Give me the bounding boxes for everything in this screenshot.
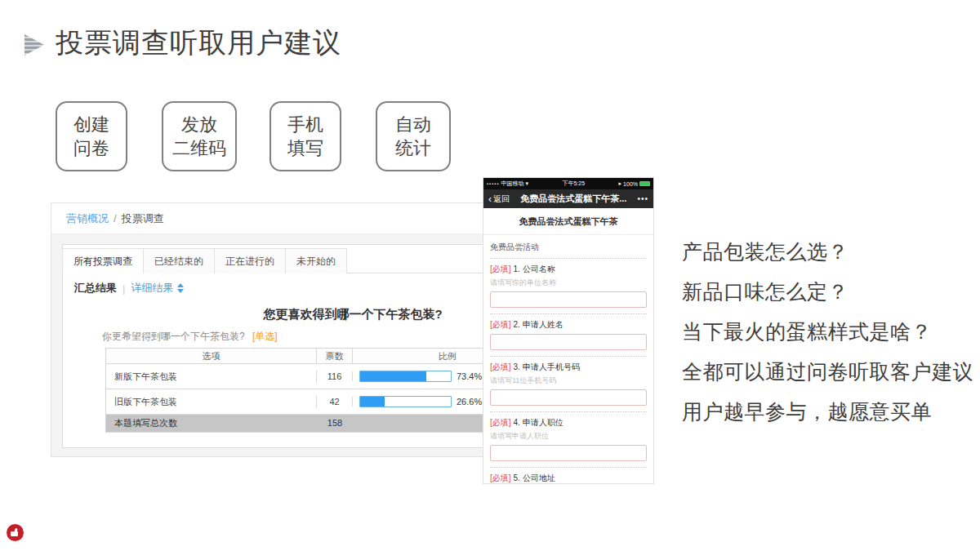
battery-icon <box>639 181 650 186</box>
required-tag: [必填] <box>490 473 511 482</box>
question-number: 1. <box>514 264 520 273</box>
option-cell: 新版下午茶包装 <box>106 371 317 383</box>
more-options-icon[interactable]: ••• <box>637 194 648 203</box>
summary-result-label[interactable]: 汇总结果 <box>74 281 117 295</box>
votes-cell: 116 <box>317 371 353 381</box>
field-hint: 请填写11位手机号码 <box>490 375 647 386</box>
phone-screenshot: ••••• 中国移动 ▾ 下午5:25 ▸ 100% ‹ 返回 免费品尝法式蛋糕… <box>483 178 653 483</box>
form-question-4: [必填]4.申请人职位 请填写申请人职位 <box>483 412 653 467</box>
question-label: 公司名称 <box>523 264 555 273</box>
result-view-switch: 汇总结果 | 详细结果 <box>74 281 184 295</box>
table-row: 新版下午茶包装 116 73.4% <box>106 364 542 389</box>
question-number: 3. <box>514 362 520 371</box>
step-label: 自动 <box>395 113 431 136</box>
total-votes: 158 <box>317 415 353 432</box>
percent-label: 26.6% <box>457 397 482 407</box>
step-label: 填写 <box>287 136 323 160</box>
table-row: 旧版下午茶包装 42 26.6% <box>106 389 542 415</box>
breadcrumb-link-marketing[interactable]: 营销概况 <box>66 211 109 226</box>
phone-nav-bar: ‹ 返回 免费品尝法式蛋糕下午茶... ••• <box>483 189 653 208</box>
question-label: 申请人职位 <box>523 418 564 427</box>
carrier-label: 中国移动 <box>501 180 524 188</box>
results-table: 选项 票数 比例 新版下午茶包装 116 73.4% 旧版下午茶包装 42 <box>105 348 543 433</box>
field-hint: 请填写你的单位名称 <box>490 278 647 288</box>
tab-ongoing[interactable]: 正在进行的 <box>214 248 286 273</box>
question-label: 申请人手机号码 <box>523 362 580 371</box>
selling-points: 产品包装怎么选？ 新品口味怎么定？ 当下最火的蛋糕样式是啥？ 全都可以通过问卷听… <box>682 232 973 432</box>
phone-status-bar: ••••• 中国移动 ▾ 下午5:25 ▸ 100% <box>483 178 653 189</box>
field-hint: 请填写申请人职位 <box>490 431 647 442</box>
battery-percent: 100% <box>623 181 638 187</box>
question-number: 4. <box>514 418 520 427</box>
votes-cell: 42 <box>317 397 353 407</box>
result-bar-track <box>359 396 452 407</box>
triangle-bullet-icon <box>24 34 44 56</box>
question-label: 公司地址 <box>523 473 555 482</box>
required-tag: [必填] <box>490 264 511 273</box>
step-label: 二维码 <box>172 136 226 160</box>
job-title-field[interactable] <box>490 445 647 461</box>
signal-icon: ••••• <box>487 181 500 186</box>
single-choice-tag: [单选] <box>252 331 278 342</box>
tab-not-started[interactable]: 未开始的 <box>285 248 347 273</box>
point-line: 新品口味怎么定？ <box>682 272 973 312</box>
form-question-2: [必填]2.申请人姓名 <box>483 314 653 356</box>
total-label: 本题填写总次数 <box>106 415 317 432</box>
required-tag: [必填] <box>490 418 511 427</box>
detail-result-link[interactable]: 详细结果 <box>131 281 173 295</box>
result-bar-track <box>359 371 452 382</box>
step-mobile-fill: 手机 填写 <box>270 101 341 171</box>
option-cell: 旧版下午茶包装 <box>106 396 317 408</box>
table-total-row: 本题填写总次数 158 <box>106 415 542 433</box>
question-text: 你更希望得到哪一个下午茶包装? <box>102 331 245 342</box>
phone-number-field[interactable] <box>490 389 647 406</box>
chevron-left-icon: ‹ <box>488 195 492 203</box>
col-header-votes: 票数 <box>317 349 353 363</box>
nav-title: 免费品尝法式蛋糕下午茶... <box>510 193 637 205</box>
step-label: 手机 <box>287 113 323 136</box>
percent-label: 73.4% <box>457 371 482 381</box>
breadcrumb-separator: / <box>114 212 117 224</box>
step-label: 统计 <box>395 136 431 160</box>
question-row: 你更希望得到哪一个下午茶包装? [单选] <box>102 330 278 344</box>
step-label: 问卷 <box>74 136 109 160</box>
divider: | <box>122 282 125 295</box>
required-tag: [必填] <box>490 320 511 329</box>
form-question-3: [必填]3.申请人手机号码 请填写11位手机号码 <box>483 357 653 411</box>
breadcrumb-current: 投票调查 <box>122 211 164 226</box>
col-header-option: 选项 <box>106 349 317 363</box>
result-bar-fill <box>360 397 385 407</box>
clock-label: 下午5:25 <box>528 180 619 188</box>
point-line: 当下最火的蛋糕样式是啥？ <box>682 312 973 352</box>
point-line: 全都可以通过问卷听取客户建议 <box>682 352 973 392</box>
slide-header: 投票调查听取用户建议 <box>24 24 341 62</box>
form-section-label: 免费品尝活动 <box>483 235 653 258</box>
table-header-row: 选项 票数 比例 <box>106 349 542 364</box>
page-title: 投票调查听取用户建议 <box>56 24 341 62</box>
form-question-1: [必填]1.公司名称 请填写你的单位名称 <box>483 259 653 313</box>
form-question-5: [必填]5.公司地址 请填写正确的单位地址 <box>483 468 653 483</box>
step-auto-stats: 自动 统计 <box>376 101 451 171</box>
question-number: 5. <box>514 473 520 482</box>
step-distribute-qrcode: 发放 二维码 <box>162 101 237 171</box>
point-line: 用户越早参与，越愿意买单 <box>682 392 973 432</box>
required-tag: [必填] <box>490 362 511 371</box>
step-label: 创建 <box>74 113 109 136</box>
point-line: 产品包装怎么选？ <box>682 232 973 272</box>
sort-icon[interactable] <box>177 283 184 293</box>
tab-all-surveys[interactable]: 所有投票调查 <box>62 248 144 273</box>
brand-logo <box>7 524 24 541</box>
company-name-field[interactable] <box>490 291 647 308</box>
location-icon: ▸ <box>619 180 622 187</box>
tab-finished[interactable]: 已经结束的 <box>143 248 215 273</box>
back-button[interactable]: ‹ 返回 <box>488 193 510 205</box>
thumbs-up-icon <box>11 528 20 537</box>
step-label: 发放 <box>181 113 217 136</box>
question-label: 申请人姓名 <box>523 320 564 329</box>
result-bar-fill <box>360 371 426 381</box>
step-create-survey: 创建 问卷 <box>56 101 127 171</box>
form-title: 免费品尝法式蛋糕下午茶 <box>483 208 653 235</box>
back-label: 返回 <box>493 193 510 205</box>
question-number: 2. <box>514 320 520 329</box>
applicant-name-field[interactable] <box>490 334 647 350</box>
